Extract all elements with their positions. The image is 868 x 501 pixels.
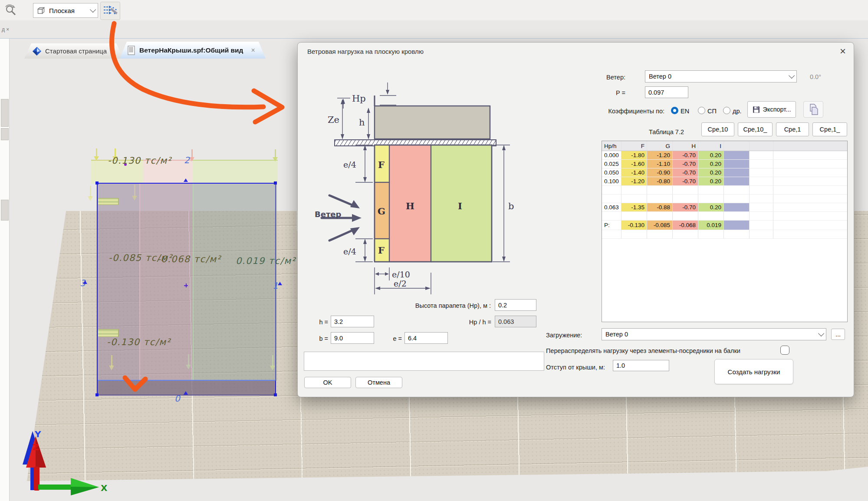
wind-combo-value: Ветер 0 bbox=[649, 73, 671, 80]
grid-axis-0: 0 bbox=[174, 393, 180, 404]
tab-active-document[interactable]: ВетерНаКрыши.spf:Общий вид × bbox=[120, 42, 266, 59]
redistribute-label: Перераспределять нагрузку через элементы… bbox=[546, 347, 740, 354]
dim-b-label: b bbox=[508, 201, 514, 211]
create-loads-button[interactable]: Создать нагрузки bbox=[714, 359, 793, 384]
main-toolbar: Плоская bbox=[0, 0, 868, 21]
grid-axis-1: 1 bbox=[273, 280, 278, 291]
table-header-row: Hp/h F G H I bbox=[602, 141, 847, 151]
tab-active-label: ВетерНаКрыши.spf:Общий вид bbox=[139, 46, 243, 54]
ok-button[interactable]: OK bbox=[304, 377, 351, 388]
wind-load-dialog: Ветровая нагрузка на плоскую кровлю × bbox=[297, 42, 854, 397]
table-row: 0.063 -1.35 -0.88 -0.70 0.20 bbox=[602, 203, 847, 212]
rotate-view-icon bbox=[4, 4, 17, 17]
wind-load-tool-icon bbox=[103, 4, 118, 18]
b-label: b = bbox=[310, 335, 328, 342]
table-row: 0.050 -1.40 -0.90 -0.70 0.20 bbox=[602, 168, 847, 177]
radio-other-label[interactable]: др. bbox=[733, 108, 742, 115]
tab-start-label: Стартовая страница bbox=[45, 47, 107, 55]
wind-angle-value: 0.0° bbox=[810, 73, 821, 80]
document-icon bbox=[128, 46, 136, 55]
plan-sketch: e/4 e/4 b e/10 e/2 Ветер F G F H I bbox=[304, 143, 541, 295]
loadcase-combo[interactable]: Ветер 0 bbox=[602, 328, 826, 340]
zone-f-label: F bbox=[378, 159, 385, 170]
view-mode-combo[interactable]: Плоская bbox=[33, 3, 98, 18]
zone-h-label: H bbox=[406, 201, 414, 211]
pressure-input[interactable]: 0.097 bbox=[645, 86, 688, 98]
loadcase-more-button[interactable]: ... bbox=[831, 329, 845, 340]
rotate-view-button[interactable] bbox=[1, 2, 20, 19]
dim-e10-label: e/10 bbox=[392, 270, 410, 279]
cancel-button[interactable]: Отмена bbox=[355, 377, 402, 388]
coeff-label: Коэффициенты по: bbox=[575, 108, 664, 115]
app-window: -0.130 тс/м² -0.085 тс/м² -0.068 тс/м² 0… bbox=[0, 0, 868, 501]
cpe10-button[interactable]: Cpe,10 bbox=[701, 122, 734, 136]
export-button-label: Экспорт... bbox=[763, 106, 791, 113]
dialog-close-icon[interactable]: × bbox=[840, 45, 846, 57]
dim-e4-bottom-label: e/4 bbox=[343, 247, 356, 256]
view-mode-value: Плоская bbox=[49, 7, 75, 14]
pressure-label: P = bbox=[602, 89, 625, 96]
load-value-bottom: -0.130 тс/м² bbox=[107, 337, 171, 347]
rail-block[interactable] bbox=[1, 128, 9, 140]
radio-sp[interactable] bbox=[698, 107, 705, 114]
loadcase-value: Ветер 0 bbox=[605, 331, 628, 338]
parapet-label: Высота парапета (Hp), м : bbox=[402, 302, 491, 309]
rail-block[interactable] bbox=[1, 99, 9, 127]
copy-button[interactable] bbox=[803, 101, 823, 118]
row-color-swatch bbox=[724, 203, 750, 212]
radio-other[interactable] bbox=[723, 107, 730, 114]
wind-combo-label: Ветер: bbox=[584, 74, 625, 81]
chevron-down-icon bbox=[90, 7, 96, 13]
table-row: 0.000 -1.80 -1.20 -0.70 0.20 bbox=[602, 151, 847, 160]
row-color-swatch bbox=[724, 168, 750, 177]
dim-hp-label: Hp bbox=[352, 93, 366, 104]
wind-load-tool-button[interactable] bbox=[100, 2, 120, 20]
zone-g-label: G bbox=[378, 206, 385, 217]
row-color-swatch bbox=[724, 177, 750, 186]
zone-f2-label: F bbox=[378, 245, 385, 256]
rail-block[interactable] bbox=[1, 200, 9, 221]
load-value-top: -0.130 тс/м² bbox=[108, 155, 172, 166]
triad-x-label: X bbox=[101, 483, 108, 493]
tab-start-page[interactable]: Стартовая страница bbox=[24, 43, 123, 59]
tab-close-icon[interactable]: × bbox=[251, 46, 255, 54]
table-empty-row bbox=[602, 230, 847, 239]
row-color-swatch bbox=[724, 221, 750, 230]
dim-e4-top-label: e/4 bbox=[343, 160, 356, 169]
start-page-icon bbox=[32, 46, 42, 56]
loadcase-label: Загружение: bbox=[546, 332, 582, 339]
radio-en[interactable] bbox=[671, 107, 678, 114]
triad-y-label: Y bbox=[34, 429, 41, 439]
parapet-input[interactable]: 0.2 bbox=[495, 299, 536, 311]
dock-caption: д × bbox=[2, 26, 9, 33]
e-input[interactable]: 6.4 bbox=[404, 332, 448, 344]
b-input[interactable]: 9.0 bbox=[331, 332, 374, 344]
e-label: e = bbox=[384, 335, 402, 342]
triad-z-label: Z bbox=[33, 442, 39, 452]
save-icon bbox=[753, 106, 760, 113]
offset-input[interactable]: 1.0 bbox=[613, 360, 669, 371]
radio-sp-label[interactable]: СП bbox=[707, 108, 717, 115]
export-button[interactable]: Экспорт... bbox=[747, 101, 796, 118]
roof-selection[interactable] bbox=[97, 183, 276, 396]
hph-label: Hp / h = bbox=[454, 319, 491, 326]
wind-combo[interactable]: Ветер 0 bbox=[645, 70, 797, 82]
load-strip-i bbox=[192, 160, 278, 184]
dialog-title: Ветровая нагрузка на плоскую кровлю bbox=[307, 48, 424, 55]
row-color-swatch bbox=[724, 160, 750, 168]
chevron-down-icon bbox=[789, 73, 795, 79]
table-caption: Таблица 7.2 bbox=[628, 129, 684, 135]
coefficients-table: Hp/h F G H I 0.000 -1.80 -1.20 -0.70 0.2… bbox=[602, 141, 848, 322]
cpe1-button[interactable]: Cpe,1 bbox=[776, 122, 809, 136]
wind-direction-label: Ветер bbox=[315, 210, 342, 219]
radio-en-label[interactable]: EN bbox=[681, 108, 689, 115]
zone-i-label: I bbox=[458, 201, 462, 211]
h-input[interactable]: 3.2 bbox=[331, 316, 374, 327]
copy-icon bbox=[808, 104, 819, 115]
cpe10x-button[interactable]: Cpe,10_ bbox=[738, 122, 773, 136]
dim-ze-label: Ze bbox=[328, 115, 339, 125]
cpe1x-button[interactable]: Cpe,1_ bbox=[812, 122, 847, 136]
table-empty-row bbox=[602, 186, 847, 194]
hph-input: 0.063 bbox=[495, 316, 536, 327]
redistribute-checkbox[interactable] bbox=[780, 346, 789, 355]
